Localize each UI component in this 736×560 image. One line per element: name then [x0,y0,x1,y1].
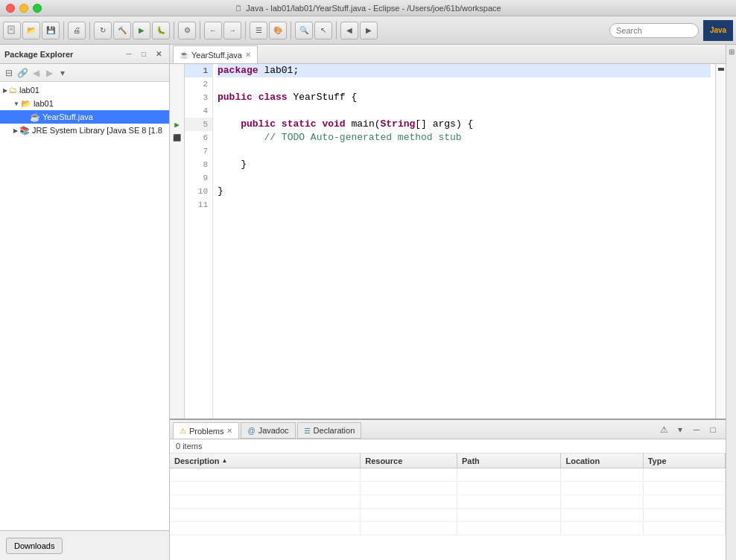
java-file-icon: ☕ [30,112,40,122]
sidebar-item-label: YearStuff.java [42,112,93,121]
sidebar-header-icons: ─ □ ✕ [123,48,165,60]
sidebar-forward-button[interactable]: ▶ [43,67,55,79]
col-location-label: Location [565,456,600,465]
code-line-1: package lab01; [218,64,711,77]
open-button[interactable]: 📂 [22,22,40,39]
tab-javadoc[interactable]: @ Javadoc [241,422,295,439]
sidebar-item-lab01-project[interactable]: ▶ 🗂 lab01 [0,83,169,97]
forward-button[interactable]: → [223,22,241,39]
eclipse-logo: Java [703,20,733,41]
problems-count: 0 items [170,439,726,454]
toolbar-separator-6 [291,22,291,39]
sidebar-minimize-button[interactable]: ─ [123,48,135,60]
code-content[interactable]: package lab01; public class YearStuff { … [213,64,715,419]
bottom-minimize-button[interactable]: ─ [690,423,703,436]
sidebar-item-label: JRE System Library [Java SE 8 [1.8 [32,126,162,135]
col-header-type[interactable]: Type [644,454,726,468]
sidebar-item-jre[interactable]: ▶ 📚 JRE System Library [Java SE 8 [1.8 [0,124,169,137]
new-button[interactable] [3,22,21,39]
window-title: 🗒 Java - lab01/lab01/YearStuff.java - Ec… [235,4,501,13]
jre-icon: 📚 [19,126,30,136]
editor-tabs: ☕ YearStuff.java ✕ [170,45,726,64]
tab-close-button[interactable]: ✕ [245,51,251,59]
table-cell-desc [170,522,361,535]
col-header-resource[interactable]: Resource [361,454,457,468]
bottom-maximize-button[interactable]: □ [706,423,720,436]
back-button[interactable]: ← [204,22,222,39]
tab-declaration[interactable]: ☰ Declaration [297,422,362,439]
editor-tab-yearstuff[interactable]: ☕ YearStuff.java ✕ [173,45,258,63]
table-cell-location [561,495,643,508]
minimize-window-button[interactable] [19,4,28,13]
run-arrow-icon: ▶ [174,120,180,130]
debug-button[interactable]: 🐛 [152,22,170,39]
main-layout: Package Explorer ─ □ ✕ ⊟ 🔗 ◀ ▶ ▾ ▶ 🗂 lab… [0,45,736,560]
table-row [170,509,726,522]
refresh-button[interactable]: ↻ [94,22,112,39]
sidebar-menu-button[interactable]: ▾ [57,67,69,79]
table-rows [170,468,726,535]
maximize-window-button[interactable] [33,4,42,13]
code-editor[interactable]: ▶ ⬛ 1 2 3 4 5 6 7 8 [170,64,726,419]
code-line-5: public static void main(String[] args) { [218,118,711,131]
print-button[interactable]: 🖨 [68,22,86,39]
problems-table: Description ▲ Resource Path Location [170,454,726,560]
sidebar-close-button[interactable]: ✕ [153,48,165,60]
code-line-4 [218,104,711,118]
save-button[interactable]: 💾 [42,22,60,39]
nav-forward-button[interactable]: ▶ [360,22,378,39]
col-type-label: Type [648,456,667,465]
outline-button[interactable]: ⊞ [729,48,735,56]
downloads-button[interactable]: Downloads [6,538,63,554]
bottom-toolbar: ⚠ ▾ ─ □ [657,423,720,436]
tab-java-icon: ☕ [180,51,188,59]
errors-filter-button[interactable]: ⚠ [657,423,670,436]
line-number-9: 9 [185,171,212,185]
sidebar-item-label: lab01 [34,99,54,108]
code-span: main( [346,118,381,131]
link-with-editor-button[interactable]: 🔗 [16,67,28,79]
keyword-span: void [322,118,345,131]
search-input[interactable] [609,23,699,38]
table-row [170,468,726,482]
tab-problems[interactable]: ⚠ Problems ✕ [173,422,239,439]
build-button[interactable]: 🔨 [113,22,131,39]
code-line-2 [218,77,711,91]
table-cell-resource [361,495,457,508]
bottom-toolbar-dropdown-button[interactable]: ▾ [673,423,687,436]
sidebar-item-lab01-folder[interactable]: ▼ 📂 lab01 [0,97,169,110]
bottom-panel: ⚠ Problems ✕ @ Javadoc ☰ Declaration [170,419,726,560]
sidebar-back-button[interactable]: ◀ [30,67,42,79]
keyword-span: static [282,118,317,131]
bottom-tab-list: ⚠ Problems ✕ @ Javadoc ☰ Declaration [173,420,363,439]
tab-problems-close-button[interactable]: ✕ [226,427,232,435]
main-toolbar: 📂 💾 🖨 ↻ 🔨 ▶ 🐛 ⚙ ← → ☰ 🎨 🔍 ↖ ◀ ▶ Java [0,16,736,45]
gutter-line-2 [170,77,184,91]
zoom-button[interactable]: 🔍 [295,22,313,39]
line-number-8: 8 [185,158,212,171]
nav-back-button[interactable]: ◀ [340,22,358,39]
run-button[interactable]: ▶ [133,22,150,39]
folder-icon: 📂 [21,99,31,109]
window-controls[interactable] [6,4,42,13]
table-cell-path [457,495,561,508]
table-cell-type [644,522,726,535]
sidebar-bottom: Downloads [0,530,169,560]
code-span [317,118,323,131]
pointer-button[interactable]: ↖ [314,22,332,39]
sidebar-maximize-button[interactable]: □ [138,48,150,60]
col-header-location[interactable]: Location [561,454,643,468]
col-header-description[interactable]: Description ▲ [170,454,361,468]
col-header-path[interactable]: Path [457,454,561,468]
toggle-button[interactable]: ☰ [250,22,267,39]
editor-column: ☕ YearStuff.java ✕ ▶ ⬛ [170,45,726,560]
tools-button[interactable]: ⚙ [178,22,196,39]
problems-icon: ⚠ [180,427,186,435]
keyword-span: public [218,91,253,104]
code-line-7 [218,144,711,158]
debug-icon: ⬛ [173,134,181,142]
sidebar-item-yearstuff[interactable]: ▶ ☕ YearStuff.java [0,110,169,124]
close-window-button[interactable] [6,4,15,13]
palette-button[interactable]: 🎨 [269,22,287,39]
collapse-all-button[interactable]: ⊟ [3,67,15,79]
